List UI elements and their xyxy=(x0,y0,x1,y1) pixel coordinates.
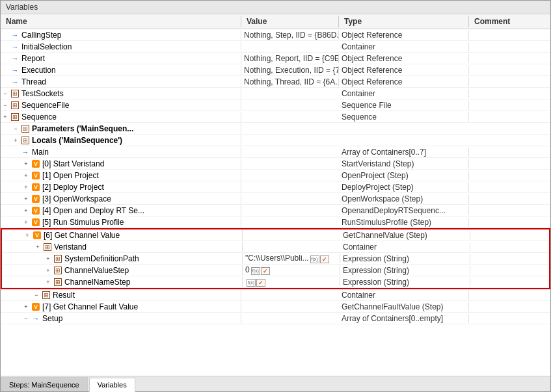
expander-icon[interactable]: + xyxy=(21,171,31,180)
row-name-cell: →CallingStep xyxy=(1,30,241,40)
row-label: Result xyxy=(53,291,75,300)
expander-icon[interactable]: + xyxy=(44,254,53,263)
title-bar: Variables xyxy=(1,1,550,14)
row-type-cell: GetChannelValue (Step) xyxy=(340,231,470,240)
expander-icon[interactable] xyxy=(1,77,10,86)
expander-icon[interactable] xyxy=(1,54,10,63)
row-type-cell: DeployProject (Step) xyxy=(339,183,469,192)
expander-icon[interactable]: + xyxy=(21,183,31,192)
tree-row[interactable]: →ThreadNothing, Thread, IID = {6A...Obje… xyxy=(1,76,550,88)
v-icon: V xyxy=(31,205,41,216)
tree-row[interactable]: −⊞SequenceFileSequence File xyxy=(1,99,550,111)
tab-variables[interactable]: Variables xyxy=(89,378,135,392)
v-icon: V xyxy=(31,182,41,192)
expander-icon[interactable] xyxy=(1,66,10,75)
expander-icon[interactable]: + xyxy=(44,266,53,275)
row-type-cell: Container xyxy=(339,291,469,300)
row-label: Veristand xyxy=(54,242,87,252)
tree-row[interactable]: +⊞ChannelValueStep0f(x)✓Expression (Stri… xyxy=(2,265,549,276)
expander-icon[interactable]: + xyxy=(21,218,31,227)
tree-row[interactable]: +V[3] OpenWorkspaceOpenWorkspace (Step) xyxy=(1,193,550,205)
tree-row[interactable]: −⊞ResultContainer xyxy=(1,289,550,301)
row-label: Report xyxy=(21,54,45,63)
row-type-cell: Container xyxy=(339,42,469,51)
expander-icon[interactable]: − xyxy=(21,314,31,323)
grid-icon: ⊞ xyxy=(53,254,63,264)
expander-icon[interactable]: + xyxy=(21,206,31,215)
tree-row[interactable]: +V[6] Get Channel ValueGetChannelValue (… xyxy=(2,229,549,241)
tree-row[interactable]: +V[0] Start VeristandStartVeristand (Ste… xyxy=(1,158,550,170)
row-value-cell: 0f(x)✓ xyxy=(243,265,340,275)
row-value-cell: Nothing, Report, IID = {C9E... xyxy=(241,54,339,63)
tree-row[interactable]: −⊞TestSocketsContainer xyxy=(1,88,550,99)
expander-icon[interactable]: − xyxy=(1,89,10,98)
row-type-cell: Expression (String) xyxy=(340,254,470,263)
row-type-cell: Container xyxy=(339,89,469,98)
expander-icon[interactable]: + xyxy=(11,136,20,145)
row-label: Sequence xyxy=(21,112,57,122)
tree-row[interactable]: +⊞SystemDefinitionPath"C:\\Users\\Publi.… xyxy=(2,253,549,265)
row-name-cell: −⊞Result xyxy=(1,290,241,300)
row-name-cell: −⊞Parameters ('MainSequen... xyxy=(1,124,241,134)
fx-icon[interactable]: f(x) xyxy=(247,279,256,287)
expander-icon[interactable] xyxy=(11,148,20,157)
row-type-cell: Object Reference xyxy=(339,66,469,75)
row-name-cell: →Execution xyxy=(1,65,241,75)
check-icon[interactable]: ✓ xyxy=(320,255,329,263)
tree-row[interactable]: +V[2] Deploy ProjectDeployProject (Step) xyxy=(1,181,550,193)
check-icon[interactable]: ✓ xyxy=(256,279,265,287)
expander-icon[interactable]: + xyxy=(44,278,53,287)
row-label: [2] Deploy Project xyxy=(42,183,104,192)
expander-icon[interactable]: + xyxy=(33,242,42,252)
tree-row[interactable]: →MainArray of Containers[0..7] xyxy=(1,146,550,158)
row-name-cell: →Report xyxy=(1,53,241,64)
row-label: [7] Get Channel Fault Value xyxy=(42,302,138,311)
tree-row[interactable]: −⊞Parameters ('MainSequen... xyxy=(1,123,550,135)
tree-row[interactable]: +⊞SequenceSequence xyxy=(1,111,550,123)
expander-icon[interactable]: + xyxy=(21,194,31,203)
tree-row[interactable]: +V[4] Open and Deploy RT Se...OpenandDep… xyxy=(1,205,550,216)
row-name-cell: +⊞ChannelNameStep xyxy=(2,277,243,287)
tree-area[interactable]: →CallingStepNothing, Step, IID = {B86D..… xyxy=(1,29,550,376)
row-name-cell: +⊞Veristand xyxy=(2,242,243,252)
expander-icon[interactable] xyxy=(1,42,10,51)
row-type-cell: StartVeristand (Step) xyxy=(339,159,469,168)
row-type-cell: OpenProject (Step) xyxy=(339,171,469,180)
tree-row[interactable]: +⊞VeristandContainer xyxy=(2,241,549,253)
check-icon[interactable]: ✓ xyxy=(261,267,270,275)
row-name-cell: +V[4] Open and Deploy RT Se... xyxy=(1,205,241,216)
expander-icon[interactable]: − xyxy=(11,124,20,133)
expander-icon[interactable]: + xyxy=(23,231,32,240)
arrow-icon: → xyxy=(20,147,31,157)
expander-icon[interactable]: − xyxy=(1,101,10,110)
tree-row[interactable]: −→SetupArray of Containers[0..empty] xyxy=(1,313,550,324)
row-label: InitialSelection xyxy=(21,42,72,51)
tree-row[interactable]: →ExecutionNothing, Execution, IID = {7..… xyxy=(1,64,550,76)
tab-steps[interactable]: Steps: MainSequence xyxy=(1,377,88,391)
row-type-cell: Expression (String) xyxy=(340,278,470,287)
row-label: Execution xyxy=(21,66,56,75)
expander-icon[interactable]: + xyxy=(1,112,10,122)
tree-row[interactable]: +⊞Locals ('MainSequence') xyxy=(1,135,550,146)
row-name-cell: +V[5] Run Stimulus Profile xyxy=(1,217,241,228)
grid-icon: ⊞ xyxy=(20,135,31,146)
arrow-icon: → xyxy=(10,30,20,40)
row-value-cell: "C:\\Users\\Publi...f(x)✓ xyxy=(243,254,340,263)
column-headers: Name Value Type Comment xyxy=(1,14,550,29)
tree-row[interactable]: →ReportNothing, Report, IID = {C9E...Obj… xyxy=(1,53,550,64)
expander-icon[interactable]: + xyxy=(21,159,31,168)
row-name-cell: −⊞TestSockets xyxy=(1,88,241,99)
tree-row[interactable]: →InitialSelectionContainer xyxy=(1,41,550,53)
expander-icon[interactable]: + xyxy=(21,302,31,311)
expander-icon[interactable]: − xyxy=(32,291,41,300)
tree-row[interactable]: →CallingStepNothing, Step, IID = {B86D..… xyxy=(1,29,550,41)
tree-row[interactable]: +V[5] Run Stimulus ProfileRunStimulusPro… xyxy=(1,216,550,228)
row-value-cell: Nothing, Execution, IID = {7... xyxy=(241,66,339,75)
tree-row[interactable]: +⊞ChannelNameStepf(x)✓Expression (String… xyxy=(2,276,549,288)
expander-icon[interactable] xyxy=(1,31,10,40)
tree-row[interactable]: +V[1] Open ProjectOpenProject (Step) xyxy=(1,170,550,181)
fx-icon[interactable]: f(x) xyxy=(251,267,260,275)
fx-icon[interactable]: f(x) xyxy=(310,255,319,263)
tree-row[interactable]: +V[7] Get Channel Fault ValueGetChannelF… xyxy=(1,301,550,313)
row-name-cell: +⊞Locals ('MainSequence') xyxy=(1,135,241,146)
